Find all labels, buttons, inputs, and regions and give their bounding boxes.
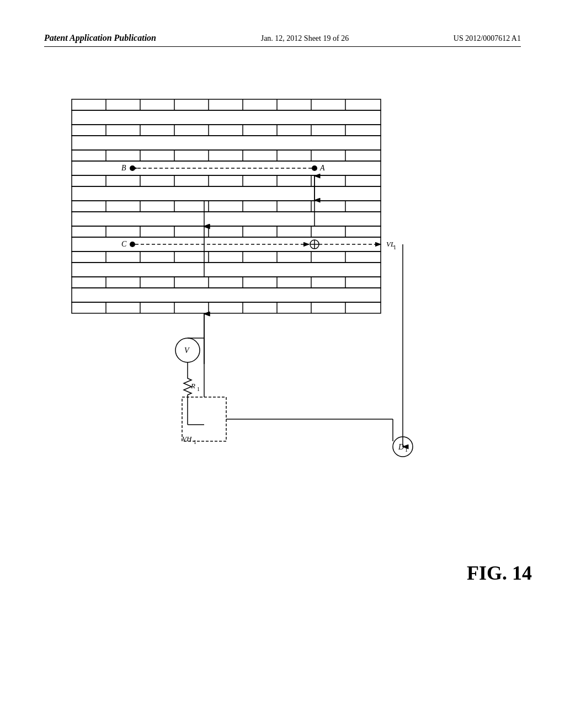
svg-text:1: 1 — [194, 439, 196, 445]
sheet-info: Jan. 12, 2012 Sheet 19 of 26 — [261, 34, 349, 43]
svg-rect-54 — [72, 201, 381, 212]
svg-rect-63 — [72, 212, 381, 226]
svg-rect-18 — [72, 125, 381, 136]
page-header: Patent Application Publication Jan. 12, … — [44, 33, 521, 47]
svg-text:C: C — [121, 240, 127, 248]
svg-rect-66 — [72, 226, 381, 237]
svg-rect-105 — [72, 288, 381, 302]
svg-point-76 — [130, 242, 135, 247]
svg-text:1: 1 — [393, 244, 396, 250]
svg-text:V: V — [184, 346, 190, 355]
svg-rect-43 — [72, 175, 381, 186]
figure-label: FIG. 14 — [467, 561, 532, 585]
svg-rect-28 — [72, 150, 381, 161]
svg-rect-94 — [72, 263, 381, 277]
svg-text:R: R — [190, 382, 195, 390]
svg-text:1: 1 — [197, 386, 200, 392]
svg-rect-85 — [72, 251, 381, 263]
publication-label: Patent Application Publication — [44, 33, 156, 43]
svg-rect-27 — [72, 136, 381, 150]
svg-rect-8 — [72, 99, 381, 110]
diagram-svg: A B — [55, 94, 469, 513]
svg-point-39 — [130, 165, 135, 171]
svg-text:1: 1 — [405, 447, 408, 453]
svg-rect-52 — [72, 186, 381, 201]
svg-rect-17 — [72, 110, 381, 125]
svg-rect-106 — [72, 302, 381, 313]
svg-rect-96 — [72, 277, 381, 288]
svg-text:D: D — [398, 443, 404, 451]
patent-page: Patent Application Publication Jan. 12, … — [0, 0, 565, 728]
svg-point-38 — [312, 165, 317, 171]
patent-number: US 2012/0007612 A1 — [454, 34, 521, 43]
svg-text:A: A — [319, 164, 325, 172]
svg-text:B: B — [121, 164, 126, 172]
